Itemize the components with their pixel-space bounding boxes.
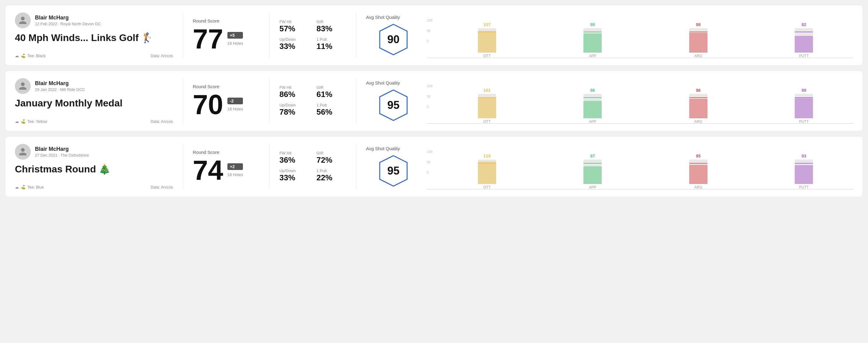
bar-line (795, 97, 813, 98)
score-side: -2 18 Holes (227, 98, 243, 111)
score-number: 74 (193, 157, 223, 184)
bar-chart: 110 OTT 87 APP 95 ARG 93 (438, 150, 853, 189)
round-title: Christmas Round 🎄 (15, 163, 173, 175)
score-holes: 18 Holes (227, 173, 243, 177)
bar-wrapper (478, 28, 496, 53)
title-emoji: 🎄 (98, 163, 111, 175)
round-title: 40 Mph Winds... Links Golf 🏌 (15, 32, 173, 43)
stat-fw-hit: FW Hit 86% (279, 85, 309, 99)
1putt-value: 56% (316, 107, 346, 117)
stat-gir: GIR 72% (316, 151, 346, 165)
quality-section: Avg Shot Quality 95 (366, 78, 421, 124)
bar-line (689, 97, 708, 98)
bar-line (689, 32, 708, 32)
bar-group-putt: 99 PUTT (755, 88, 854, 124)
bottom-meta: ☁ ⛳ Tee: Black Data: Arccos (15, 54, 173, 58)
score-section: Round Score 70 -2 18 Holes (193, 78, 260, 124)
stats-grid: FW Hit 36% GIR 72% Up/Down 33% 1 Putt 22… (279, 151, 346, 182)
bar-label: PUTT (799, 54, 809, 58)
bar-fill (795, 98, 813, 118)
hexagon-score: 90 (388, 33, 400, 46)
bar-fill (478, 98, 496, 118)
bar-line (795, 163, 813, 164)
bar-fill (795, 165, 813, 184)
bar-wrapper (583, 94, 602, 118)
updown-label: Up/Down (279, 37, 309, 42)
bar-fill (478, 31, 496, 53)
quality-section: Avg Shot Quality 90 (366, 12, 421, 58)
score-side: +2 18 Holes (227, 163, 243, 177)
score-label: Round Score (193, 84, 260, 89)
bar-line (795, 32, 813, 32)
bar-label: PUTT (799, 185, 809, 189)
player-name: Blair McHarg (35, 80, 85, 87)
bar-group-putt: 93 PUTT (755, 154, 854, 189)
bar-group-putt: 82 PUTT (755, 22, 854, 58)
bar-value-putt: 93 (801, 154, 806, 158)
bar-fill (689, 165, 708, 184)
bar-fill (689, 33, 708, 53)
bar-line (583, 32, 602, 32)
bar-label: APP (589, 185, 596, 189)
bar-label: OTT (484, 185, 491, 189)
score-side: +5 18 Holes (227, 32, 243, 45)
title-emoji: 🏌 (141, 32, 153, 43)
divider (183, 78, 183, 124)
hexagon-container: 95 (377, 89, 410, 122)
bar-group-app: 86 APP (544, 88, 642, 124)
stat-gir: GIR 61% (316, 85, 346, 99)
bar-value-ott: 101 (484, 88, 490, 93)
hexagon-score: 95 (388, 164, 400, 177)
tee-info: ☁ ⛳ Tee: Black (15, 54, 45, 58)
bar-line (478, 32, 496, 32)
tee-info: ☁ ⛳ Tee: Yellow (15, 119, 47, 124)
person-icon (18, 16, 27, 25)
bar-label: ARG (694, 185, 702, 189)
bar-value-app: 95 (590, 22, 595, 27)
player-details: Blair McHarg 12 Feb 2022 · Royal North D… (35, 14, 101, 26)
avatar (15, 144, 31, 160)
stats-grid: FW Hit 57% GIR 83% Up/Down 33% 1 Putt 11… (279, 20, 346, 51)
gir-value: 61% (316, 90, 346, 99)
quality-label: Avg Shot Quality (366, 146, 400, 151)
data-source: Data: Arccos (151, 119, 173, 124)
gir-label: GIR (316, 20, 346, 24)
tee-info: ☁ ⛳ Tee: Blue (15, 185, 44, 189)
bottom-meta: ☁ ⛳ Tee: Blue Data: Arccos (15, 185, 173, 189)
divider-2 (269, 78, 270, 124)
bag-icon: ⛳ (21, 119, 26, 124)
bar-fill (583, 33, 602, 53)
bar-value-app: 87 (590, 154, 595, 158)
round-card-round3: Blair McHarg 27 Dec 2021 · The Oxfordshi… (5, 136, 863, 197)
gir-label: GIR (316, 151, 346, 155)
left-section: Blair McHarg 29 Jan 2022 · Mill Ride GCC… (15, 78, 173, 124)
score-badge: -2 (227, 98, 243, 104)
gir-value: 83% (316, 24, 346, 33)
1putt-value: 22% (316, 173, 346, 182)
cloud-icon: ☁ (15, 54, 19, 58)
bar-value-app: 86 (590, 88, 595, 93)
bar-line (478, 97, 496, 98)
fw-hit-label: FW Hit (279, 20, 309, 24)
fw-hit-label: FW Hit (279, 151, 309, 155)
person-icon (18, 82, 27, 91)
score-badge: +5 (227, 32, 243, 39)
stats-section: FW Hit 86% GIR 61% Up/Down 78% 1 Putt 56… (279, 78, 346, 124)
hexagon-container: 90 (377, 23, 410, 56)
bar-value-putt: 99 (801, 88, 806, 93)
1putt-label: 1 Putt (316, 37, 346, 42)
bar-wrapper (689, 94, 708, 118)
avatar (15, 78, 31, 94)
bar-label: OTT (484, 54, 491, 58)
fw-hit-label: FW Hit (279, 85, 309, 90)
quality-label: Avg Shot Quality (366, 14, 400, 20)
left-section: Blair McHarg 27 Dec 2021 · The Oxfordshi… (15, 144, 173, 189)
bar-wrapper (795, 94, 813, 118)
chart-baseline (427, 189, 853, 189)
bar-chart: 101 OTT 86 APP 96 ARG 99 (438, 84, 853, 124)
cloud-icon: ☁ (15, 185, 19, 189)
player-info: Blair McHarg 12 Feb 2022 · Royal North D… (15, 12, 173, 28)
stat-updown: Up/Down 78% (279, 103, 309, 117)
chart-baseline (427, 58, 853, 58)
bar-value-arg: 96 (696, 88, 701, 93)
